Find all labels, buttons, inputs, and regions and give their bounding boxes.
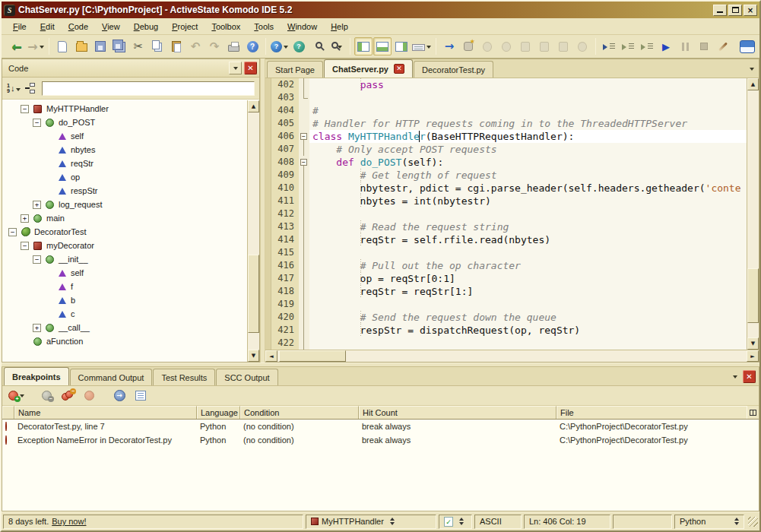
- column-hit-count[interactable]: Hit Count: [359, 406, 556, 419]
- buy-now-link[interactable]: Buy now!: [52, 517, 86, 526]
- tree-item[interactable]: −__init__: [2, 252, 247, 266]
- tree-item[interactable]: −DecoratorTest: [2, 225, 247, 239]
- scroll-up-icon[interactable]: ▲: [248, 100, 259, 112]
- column-language[interactable]: Language: [197, 406, 240, 419]
- language-box[interactable]: Python: [674, 515, 744, 529]
- menu-toolbox[interactable]: Toolbox: [205, 20, 247, 33]
- editor-hscrollbar[interactable]: ◄ ►: [265, 350, 759, 362]
- column-file[interactable]: File: [556, 406, 747, 419]
- minimap-icon[interactable]: [411, 37, 432, 55]
- breakpoint-properties-icon[interactable]: [132, 387, 150, 405]
- column-name[interactable]: Name: [14, 406, 197, 419]
- tab-decoratortest[interactable]: DecoratorTest.py: [414, 61, 493, 78]
- save-all-icon[interactable]: [110, 37, 128, 55]
- minimize-button[interactable]: [713, 5, 727, 16]
- current-line[interactable]: 406−class MyHTTPHandler(BaseHTTPRequestH…: [265, 130, 747, 143]
- editor-vscrollbar[interactable]: ▲ ▼: [747, 78, 759, 350]
- tree-scrollbar[interactable]: ▲ ▼: [247, 100, 259, 362]
- panel-menu-dropdown[interactable]: [229, 62, 242, 74]
- delete-all-breakpoints-icon[interactable]: −: [59, 387, 77, 405]
- tree-item[interactable]: c: [2, 307, 247, 321]
- find-icon[interactable]: [309, 37, 327, 55]
- cut-icon[interactable]: ✂: [129, 37, 147, 55]
- preview-icon[interactable]: ?: [290, 37, 308, 55]
- tab-breakpoints[interactable]: Breakpoints: [4, 367, 69, 385]
- check-syntax-icon[interactable]: →: [440, 37, 458, 55]
- paste-icon[interactable]: [167, 37, 185, 55]
- column-condition[interactable]: Condition: [240, 406, 359, 419]
- menu-view[interactable]: View: [95, 20, 127, 33]
- tab-chatserver[interactable]: ChatServer.py✕: [324, 59, 413, 78]
- copy-icon[interactable]: [148, 37, 166, 55]
- tab-test-results[interactable]: Test Results: [153, 369, 215, 385]
- menu-file[interactable]: File: [6, 20, 33, 33]
- tab-scc-output[interactable]: SCC Output: [216, 369, 277, 385]
- tree-item[interactable]: self: [2, 266, 247, 280]
- symbol-spinner-icon[interactable]: [390, 515, 395, 527]
- scroll-down-icon[interactable]: ▼: [747, 337, 759, 350]
- tree-item[interactable]: +log_request: [2, 198, 247, 211]
- menu-tools[interactable]: Tools: [247, 20, 281, 33]
- back-icon[interactable]: ←: [8, 37, 26, 55]
- breakpoint-row[interactable]: Exception NameError in DecoratorTest.py …: [2, 433, 759, 447]
- column-picker-icon[interactable]: [747, 406, 759, 419]
- tree-item[interactable]: +__call__: [2, 321, 247, 334]
- toggle-right-pane-icon[interactable]: [392, 37, 411, 55]
- add-breakpoint-icon[interactable]: +: [7, 387, 25, 405]
- toggle-left-pane-icon[interactable]: [354, 37, 373, 55]
- breakpoint-margin[interactable]: [265, 78, 271, 91]
- language-spinner-icon[interactable]: [734, 515, 739, 527]
- debug-wand-icon[interactable]: [714, 37, 732, 55]
- tree-item[interactable]: self: [2, 129, 247, 143]
- tree-item[interactable]: −myDecorator: [2, 239, 247, 252]
- tab-close-icon[interactable]: ✕: [394, 64, 404, 74]
- sort-order-icon[interactable]: 19↓: [7, 83, 21, 93]
- menu-edit[interactable]: Edit: [33, 20, 62, 33]
- breakpoint-row[interactable]: DecoratorTest.py, line 7 Python (no cond…: [2, 420, 759, 433]
- panel-close-icon[interactable]: ✕: [244, 62, 257, 74]
- menu-help[interactable]: Help: [324, 20, 355, 33]
- encoding-box[interactable]: ASCII: [474, 515, 522, 529]
- undo-icon[interactable]: ↶: [186, 37, 205, 55]
- tree-item[interactable]: −do_POST: [2, 116, 247, 129]
- tab-command-output[interactable]: Command Output: [70, 369, 153, 385]
- run-icon[interactable]: ▶: [657, 37, 675, 55]
- dock-close-icon[interactable]: ✕: [743, 370, 756, 383]
- resize-grip[interactable]: [748, 517, 758, 527]
- scroll-down-icon[interactable]: ▼: [248, 350, 259, 362]
- tab-list-dropdown[interactable]: [750, 68, 754, 73]
- redo-icon[interactable]: ↷: [205, 37, 224, 55]
- find-in-files-icon[interactable]: [328, 37, 346, 55]
- tree-item[interactable]: respStr: [2, 184, 247, 198]
- menu-window[interactable]: Window: [281, 20, 324, 33]
- toggle-bottom-pane-icon[interactable]: [373, 37, 392, 55]
- open-file-icon[interactable]: [72, 37, 90, 55]
- add-tool-icon[interactable]: [459, 37, 477, 55]
- tab-start-page[interactable]: Start Page: [267, 61, 323, 78]
- tree-item[interactable]: op: [2, 170, 247, 184]
- save-icon[interactable]: [91, 37, 109, 55]
- step-into-icon[interactable]: [600, 37, 618, 55]
- dock-menu-dropdown[interactable]: [733, 375, 737, 381]
- tree-item[interactable]: nbytes: [2, 143, 247, 157]
- symbol-filter-input[interactable]: [42, 81, 255, 96]
- tree-item[interactable]: reqStr: [2, 157, 247, 170]
- step-over-icon[interactable]: [619, 37, 637, 55]
- help-icon[interactable]: ?: [243, 37, 262, 55]
- tree-item[interactable]: aFunction: [2, 334, 247, 348]
- code-editor[interactable]: 402 pass 403 404# 405# Handler for HTTP …: [265, 78, 747, 350]
- close-button[interactable]: ×: [744, 5, 757, 16]
- scroll-right-icon[interactable]: ►: [747, 350, 759, 362]
- syntax-check-box[interactable]: ✓: [439, 515, 472, 529]
- tree-item[interactable]: −MyHTTPHandler: [2, 102, 247, 116]
- go-to-source-icon[interactable]: →: [110, 387, 128, 405]
- tree-item[interactable]: +main: [2, 211, 247, 225]
- current-symbol-box[interactable]: MyHTTPHandler: [306, 515, 436, 529]
- menu-debug[interactable]: Debug: [127, 20, 165, 33]
- browser-icon[interactable]: ?: [270, 37, 289, 55]
- maximize-button[interactable]: [728, 5, 742, 16]
- menu-project[interactable]: Project: [165, 20, 205, 33]
- menu-code[interactable]: Code: [62, 20, 95, 33]
- tree-item[interactable]: f: [2, 280, 247, 293]
- scroll-left-icon[interactable]: ◄: [265, 350, 277, 362]
